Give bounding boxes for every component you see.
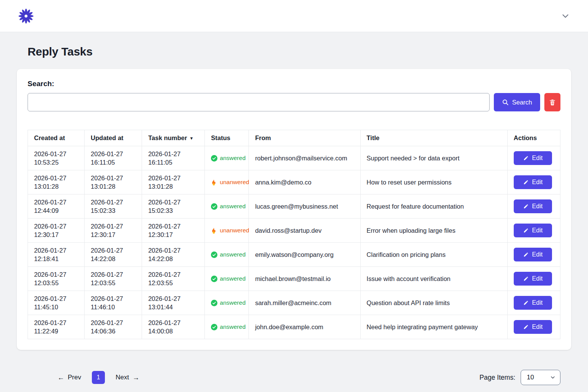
actions-cell: Edit: [507, 170, 560, 194]
trash-icon: [549, 98, 556, 106]
answered-check-icon: [211, 155, 217, 162]
next-label: Next: [116, 374, 129, 381]
updated-time: 12:30:17: [91, 230, 136, 239]
created-date: 2026-01-27: [34, 294, 78, 303]
page-items-value: 10: [527, 374, 534, 381]
task-number-time: 12:03:55: [148, 279, 198, 287]
prev-page-button[interactable]: ← Prev: [57, 374, 81, 382]
title-cell: Support needed > for data export: [360, 146, 507, 170]
status-cell: answered: [205, 315, 249, 339]
from-email: robert.johnson@mailservice.com: [255, 155, 347, 162]
table-row: 2026-01-27 11:22:49 2026-01-27 14:06:36 …: [28, 315, 560, 339]
table-row: 2026-01-27 10:53:25 2026-01-27 16:11:05 …: [28, 146, 560, 170]
column-header-task-number[interactable]: Task number▼: [142, 130, 205, 146]
created-date: 2026-01-27: [34, 198, 78, 206]
edit-button-label: Edit: [532, 155, 543, 162]
created-at-cell: 2026-01-27 12:18:41: [28, 243, 85, 267]
edit-button[interactable]: Edit: [514, 175, 552, 189]
edit-button[interactable]: Edit: [514, 224, 552, 237]
updated-time: 12:03:55: [91, 279, 136, 287]
status-cell: answered: [205, 291, 249, 315]
task-number-cell: 2026-01-27 12:03:55: [142, 267, 205, 291]
created-date: 2026-01-27: [34, 222, 78, 230]
updated-time: 14:22:08: [91, 255, 136, 263]
app-logo-icon[interactable]: [18, 8, 34, 24]
status-cell: answered: [205, 194, 249, 219]
account-menu-chevron-down-icon[interactable]: [560, 11, 570, 21]
answered-check-icon: [211, 324, 217, 330]
edit-button[interactable]: Edit: [514, 296, 552, 310]
status-label: answered: [220, 299, 245, 306]
status-cell: answered: [205, 243, 249, 267]
topbar: [0, 0, 588, 32]
edit-button-label: Edit: [532, 251, 543, 258]
from-email: david.ross@startup.dev: [255, 227, 322, 234]
task-number-cell: 2026-01-27 12:30:17: [142, 219, 205, 243]
from-cell: sarah.miller@acmeinc.com: [249, 291, 360, 315]
task-number-date: 2026-01-27: [148, 150, 198, 158]
answered-check-icon: [211, 300, 217, 306]
edit-button[interactable]: Edit: [514, 199, 552, 213]
edit-button-label: Edit: [532, 179, 543, 186]
task-number-cell: 2026-01-27 13:01:28: [142, 170, 205, 194]
actions-cell: Edit: [507, 146, 560, 170]
footer: ← Prev 1 Next → Page Items: 10: [28, 370, 560, 385]
status-label: answered: [220, 155, 245, 162]
edit-button[interactable]: Edit: [514, 248, 552, 261]
title-cell: Need help integrating payment gateway: [360, 315, 507, 339]
from-email: john.doe@example.com: [255, 323, 323, 330]
pencil-icon: [523, 276, 529, 281]
created-time: 12:44:09: [34, 206, 78, 215]
column-header-updated-at: Updated at: [85, 130, 142, 146]
updated-at-cell: 2026-01-27 16:11:05: [85, 146, 142, 170]
from-cell: david.ross@startup.dev: [249, 219, 360, 243]
task-number-cell: 2026-01-27 14:22:08: [142, 243, 205, 267]
actions-cell: Edit: [507, 194, 560, 219]
pencil-icon: [523, 228, 529, 233]
edit-button[interactable]: Edit: [514, 151, 552, 165]
table-body: 2026-01-27 10:53:25 2026-01-27 16:11:05 …: [28, 146, 560, 339]
from-cell: john.doe@example.com: [249, 315, 360, 339]
pencil-icon: [523, 324, 529, 330]
search-button[interactable]: Search: [494, 93, 540, 111]
title-cell: Question about API rate limits: [360, 291, 507, 315]
task-number-time: 13:01:44: [148, 303, 198, 311]
created-time: 11:45:10: [34, 303, 78, 311]
updated-at-cell: 2026-01-27 12:30:17: [85, 219, 142, 243]
next-page-button[interactable]: Next →: [116, 374, 139, 382]
answered-check-icon: [211, 203, 217, 210]
task-number-date: 2026-01-27: [148, 270, 198, 279]
task-title: Clarification on pricing plans: [367, 251, 446, 258]
actions-cell: Edit: [507, 267, 560, 291]
current-page-button[interactable]: 1: [92, 371, 105, 384]
created-time: 12:30:17: [34, 230, 78, 239]
task-title: Question about API rate limits: [367, 299, 450, 306]
edit-button[interactable]: Edit: [514, 272, 552, 286]
page-items-select[interactable]: 10: [521, 370, 560, 385]
title-cell: Clarification on pricing plans: [360, 243, 507, 267]
created-at-cell: 2026-01-27 13:01:28: [28, 170, 85, 194]
status-cell: unanwered: [205, 219, 249, 243]
created-time: 13:01:28: [34, 182, 78, 191]
created-time: 11:22:49: [34, 327, 78, 335]
actions-cell: Edit: [507, 219, 560, 243]
clear-search-button[interactable]: [544, 93, 560, 111]
actions-cell: Edit: [507, 243, 560, 267]
table-row: 2026-01-27 12:18:41 2026-01-27 14:22:08 …: [28, 243, 560, 267]
created-time: 12:03:55: [34, 279, 78, 287]
from-cell: robert.johnson@mailservice.com: [249, 146, 360, 170]
table-row: 2026-01-27 12:03:55 2026-01-27 12:03:55 …: [28, 267, 560, 291]
from-email: lucas.green@mybusiness.net: [255, 203, 338, 210]
task-title: Request for feature documentation: [367, 203, 464, 210]
from-cell: emily.watson@company.org: [249, 243, 360, 267]
updated-at-cell: 2026-01-27 14:22:08: [85, 243, 142, 267]
edit-button[interactable]: Edit: [514, 320, 552, 334]
updated-time: 11:46:10: [91, 303, 136, 311]
task-number-cell: 2026-01-27 14:00:08: [142, 315, 205, 339]
column-header-actions: Actions: [507, 130, 560, 146]
search-input[interactable]: [28, 93, 490, 111]
updated-date: 2026-01-27: [91, 294, 136, 303]
edit-button-label: Edit: [532, 299, 543, 306]
created-date: 2026-01-27: [34, 318, 78, 327]
search-button-label: Search: [512, 99, 532, 106]
